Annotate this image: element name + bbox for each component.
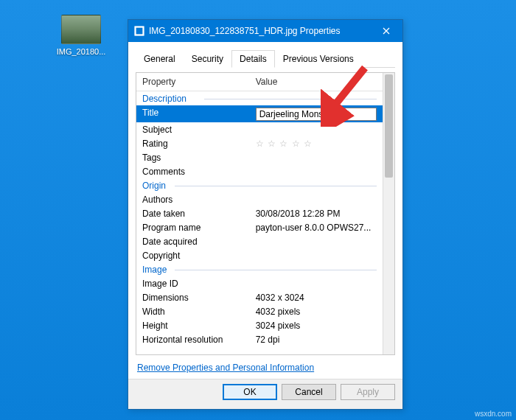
value-hres: 72 dpi — [250, 333, 383, 346]
input-title[interactable] — [256, 108, 377, 121]
row-width[interactable]: Width 4032 pixels — [136, 304, 383, 318]
value-date-acquired — [250, 235, 383, 248]
details-panel: Property Value Description Title Subject… — [128, 68, 402, 379]
value-authors — [250, 193, 383, 206]
watermark: wsxdn.com — [475, 410, 512, 418]
label-image-id: Image ID — [136, 277, 250, 290]
label-comments: Comments — [136, 165, 250, 178]
row-height[interactable]: Height 3024 pixels — [136, 318, 383, 332]
titlebar[interactable]: IMG_20180830_122838751_HDR.jpg Propertie… — [128, 20, 402, 42]
label-title: Title — [136, 106, 250, 122]
window-icon — [134, 26, 144, 36]
thumbnail-image — [61, 15, 101, 44]
label-date-acquired: Date acquired — [136, 235, 250, 248]
properties-window: IMG_20180830_122838751_HDR.jpg Propertie… — [128, 19, 403, 410]
remove-properties-link[interactable]: Remove Properties and Personal Informati… — [137, 363, 314, 373]
value-tags — [250, 151, 383, 164]
label-width: Width — [136, 305, 250, 318]
row-authors[interactable]: Authors — [136, 192, 383, 206]
tab-details[interactable]: Details — [231, 50, 275, 68]
button-bar: OK Cancel Apply — [128, 379, 402, 409]
row-subject[interactable]: Subject — [136, 122, 383, 136]
tab-general[interactable]: General — [136, 50, 184, 68]
desktop-file[interactable]: IMG_20180... — [52, 15, 111, 56]
row-program-name[interactable]: Program name payton-user 8.0.0 OPWS27... — [136, 220, 383, 234]
label-date-taken: Date taken — [136, 207, 250, 220]
value-height: 3024 pixels — [250, 319, 383, 332]
value-comments — [250, 165, 383, 178]
grid-rows[interactable]: Description Title Subject Rating ☆ ☆ ☆ ☆… — [136, 91, 383, 354]
label-rating: Rating — [136, 137, 250, 150]
cancel-button[interactable]: Cancel — [282, 384, 336, 400]
row-dimensions[interactable]: Dimensions 4032 x 3024 — [136, 290, 383, 304]
column-header-value[interactable]: Value — [250, 73, 383, 91]
label-authors: Authors — [136, 193, 250, 206]
tab-previous-versions[interactable]: Previous Versions — [275, 50, 362, 68]
group-description: Description — [136, 91, 383, 105]
grid-header: Property Value — [136, 73, 383, 91]
desktop-file-label: IMG_20180... — [57, 47, 106, 56]
label-copyright: Copyright — [136, 249, 250, 262]
value-subject — [250, 123, 383, 136]
label-subject: Subject — [136, 123, 250, 136]
row-horizontal-resolution[interactable]: Horizontal resolution 72 dpi — [136, 332, 383, 346]
scrollbar-thumb[interactable] — [385, 74, 393, 178]
tab-security[interactable]: Security — [184, 50, 231, 68]
value-copyright — [250, 249, 383, 262]
label-tags: Tags — [136, 151, 250, 164]
group-origin: Origin — [136, 178, 383, 192]
row-date-taken[interactable]: Date taken 30/08/2018 12:28 PM — [136, 206, 383, 220]
value-image-id — [250, 277, 383, 290]
close-button[interactable] — [369, 20, 402, 42]
vertical-scrollbar[interactable] — [383, 73, 394, 354]
window-title: IMG_20180830_122838751_HDR.jpg Propertie… — [149, 26, 369, 36]
tabs: General Security Details Previous Versio… — [136, 49, 395, 68]
column-header-property[interactable]: Property — [136, 73, 250, 91]
label-height: Height — [136, 319, 250, 332]
apply-button[interactable]: Apply — [341, 384, 395, 400]
ok-button[interactable]: OK — [223, 384, 277, 400]
row-tags[interactable]: Tags — [136, 150, 383, 164]
tabs-container: General Security Details Previous Versio… — [128, 42, 402, 68]
label-dimensions: Dimensions — [136, 291, 250, 304]
label-program-name: Program name — [136, 221, 250, 234]
close-icon — [383, 27, 390, 35]
svg-rect-1 — [136, 28, 143, 35]
property-grid: Property Value Description Title Subject… — [136, 72, 395, 355]
label-hres: Horizontal resolution — [136, 333, 250, 346]
value-date-taken: 30/08/2018 12:28 PM — [250, 207, 383, 220]
row-image-id[interactable]: Image ID — [136, 276, 383, 290]
rating-stars[interactable]: ☆ ☆ ☆ ☆ ☆ — [250, 137, 383, 150]
group-image: Image — [136, 262, 383, 276]
remove-properties-link-row: Remove Properties and Personal Informati… — [136, 355, 395, 379]
value-program-name: payton-user 8.0.0 OPWS27... — [250, 221, 383, 234]
value-width: 4032 pixels — [250, 305, 383, 318]
row-date-acquired[interactable]: Date acquired — [136, 234, 383, 248]
row-copyright[interactable]: Copyright — [136, 248, 383, 262]
row-rating[interactable]: Rating ☆ ☆ ☆ ☆ ☆ — [136, 136, 383, 150]
row-title[interactable]: Title — [136, 105, 383, 122]
row-comments[interactable]: Comments — [136, 164, 383, 178]
value-dimensions: 4032 x 3024 — [250, 291, 383, 304]
